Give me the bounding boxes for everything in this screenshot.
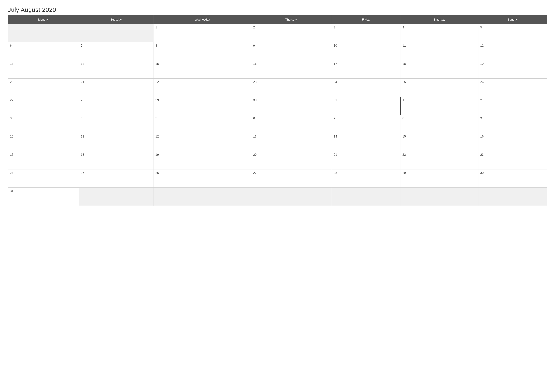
day-number: 19	[155, 153, 159, 156]
calendar-cell[interactable]: 16	[251, 60, 332, 78]
calendar-cell[interactable]: 24	[332, 78, 401, 97]
calendar-cell[interactable]: 14	[79, 60, 153, 78]
calendar-cell[interactable]: 13	[251, 133, 332, 151]
calendar-cell[interactable]	[153, 188, 251, 206]
calendar-cell[interactable]: 1	[153, 24, 251, 42]
calendar-cell[interactable]: 25	[401, 78, 478, 97]
calendar-cell[interactable]	[251, 188, 332, 206]
calendar-cell[interactable]: 30	[251, 97, 332, 115]
day-number: 12	[155, 135, 159, 138]
calendar-cell[interactable]: 18	[79, 151, 153, 170]
calendar-cell[interactable]	[79, 188, 153, 206]
header-sunday: Sunday	[478, 15, 547, 24]
calendar-cell[interactable]: 31	[8, 188, 79, 206]
calendar-cell[interactable]: 4	[79, 115, 153, 133]
calendar-cell[interactable]: 20	[8, 78, 79, 97]
day-number: 14	[334, 135, 337, 138]
calendar-cell[interactable]	[79, 24, 153, 42]
calendar-cell[interactable]: 2	[251, 24, 332, 42]
calendar-cell[interactable]	[478, 188, 547, 206]
calendar-cell[interactable]: 12	[153, 133, 251, 151]
calendar-cell[interactable]: 8	[401, 115, 478, 133]
day-number: 17	[334, 62, 337, 65]
calendar-row: 272829303112	[8, 97, 547, 115]
calendar-cell[interactable]	[332, 188, 401, 206]
day-number: 4	[402, 26, 404, 29]
calendar-cell[interactable]: 3	[8, 115, 79, 133]
calendar-cell[interactable]: 13	[8, 60, 79, 78]
calendar-cell[interactable]: 22	[401, 151, 478, 170]
calendar-cell[interactable]: 17	[332, 60, 401, 78]
calendar-cell[interactable]: 5	[153, 115, 251, 133]
calendar-row: 6789101112	[8, 42, 547, 60]
header-monday: Monday	[8, 15, 79, 24]
calendar-cell[interactable]: 27	[251, 170, 332, 188]
calendar-cell[interactable]: 28	[332, 170, 401, 188]
calendar-cell[interactable]: 1	[401, 97, 478, 115]
day-number: 1	[155, 26, 157, 29]
day-number: 11	[402, 44, 406, 47]
calendar-cell[interactable]: 11	[79, 133, 153, 151]
calendar-cell[interactable]: 4	[401, 24, 478, 42]
day-number: 25	[402, 80, 406, 84]
calendar-cell[interactable]: 23	[478, 151, 547, 170]
day-number: 11	[81, 135, 84, 138]
calendar-cell[interactable]: 19	[478, 60, 547, 78]
day-number: 21	[334, 153, 337, 156]
calendar-cell[interactable]: 11	[401, 42, 478, 60]
calendar-cell[interactable]: 10	[332, 42, 401, 60]
day-number: 3	[10, 116, 12, 120]
calendar-row: 17181920212223	[8, 151, 547, 170]
calendar-cell[interactable]	[401, 188, 478, 206]
calendar-cell[interactable]: 10	[8, 133, 79, 151]
calendar-cell[interactable]: 29	[401, 170, 478, 188]
calendar-cell[interactable]: 28	[79, 97, 153, 115]
day-number: 21	[81, 80, 84, 84]
calendar-cell[interactable]: 22	[153, 78, 251, 97]
calendar-cell[interactable]: 21	[332, 151, 401, 170]
calendar-body: 1234567891011121314151617181920212223242…	[8, 24, 547, 206]
calendar-cell[interactable]: 23	[251, 78, 332, 97]
calendar-cell[interactable]: 9	[478, 115, 547, 133]
calendar-cell[interactable]: 30	[478, 170, 547, 188]
calendar-cell[interactable]: 25	[79, 170, 153, 188]
calendar-cell[interactable]: 5	[478, 24, 547, 42]
calendar-cell[interactable]: 8	[153, 42, 251, 60]
calendar-cell[interactable]: 21	[79, 78, 153, 97]
calendar-cell[interactable]: 17	[8, 151, 79, 170]
calendar-row: 24252627282930	[8, 170, 547, 188]
calendar-cell[interactable]: 29	[153, 97, 251, 115]
calendar-row: 3456789	[8, 115, 547, 133]
day-number: 22	[402, 153, 406, 156]
calendar-cell[interactable]: 7	[79, 42, 153, 60]
calendar-cell[interactable]: 7	[332, 115, 401, 133]
day-number: 27	[10, 98, 14, 102]
day-number: 8	[402, 116, 404, 120]
calendar-cell[interactable]: 3	[332, 24, 401, 42]
day-number: 29	[402, 171, 406, 174]
calendar-cell[interactable]: 9	[251, 42, 332, 60]
calendar-cell[interactable]: 6	[8, 42, 79, 60]
calendar-cell[interactable]: 15	[401, 133, 478, 151]
calendar-cell[interactable]	[8, 24, 79, 42]
calendar-cell[interactable]: 16	[478, 133, 547, 151]
calendar-cell[interactable]: 12	[478, 42, 547, 60]
calendar-cell[interactable]: 31	[332, 97, 401, 115]
calendar-cell[interactable]: 18	[401, 60, 478, 78]
calendar-cell[interactable]: 15	[153, 60, 251, 78]
calendar-row: 31	[8, 188, 547, 206]
calendar-cell[interactable]: 26	[153, 170, 251, 188]
calendar-cell[interactable]: 26	[478, 78, 547, 97]
calendar-cell[interactable]: 6	[251, 115, 332, 133]
day-number: 8	[155, 44, 157, 47]
day-number: 20	[10, 80, 14, 84]
calendar-cell[interactable]: 14	[332, 133, 401, 151]
calendar-cell[interactable]: 19	[153, 151, 251, 170]
calendar-cell[interactable]: 24	[8, 170, 79, 188]
calendar-cell[interactable]: 27	[8, 97, 79, 115]
calendar-cell[interactable]: 20	[251, 151, 332, 170]
calendar-cell[interactable]: 2	[478, 97, 547, 115]
day-number: 17	[10, 153, 14, 156]
day-number: 20	[253, 153, 257, 156]
day-number: 27	[253, 171, 257, 174]
